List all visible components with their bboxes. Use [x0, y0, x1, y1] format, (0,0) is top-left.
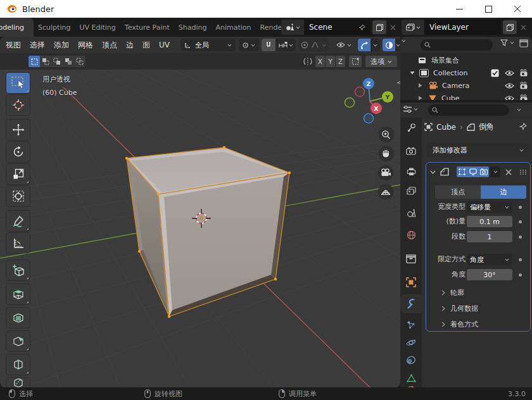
section-profile[interactable]: 轮廓: [441, 288, 464, 297]
tool-transform[interactable]: [6, 186, 30, 206]
modifier-extras-dropdown[interactable]: [490, 166, 500, 177]
tab-shading[interactable]: Shading: [174, 18, 212, 37]
tab-render[interactable]: [400, 141, 422, 160]
axis-neg-y-ball[interactable]: [345, 98, 355, 108]
disclosure-right-icon[interactable]: [418, 83, 422, 88]
tab-view-layer[interactable]: [400, 182, 422, 201]
outliner-row-scene-collection[interactable]: 场景集合: [400, 54, 532, 66]
tool-move[interactable]: [6, 120, 30, 140]
animate-dot[interactable]: [519, 235, 522, 239]
outliner-editor-type[interactable]: [402, 39, 406, 42]
menu-face[interactable]: 面: [138, 40, 155, 51]
transform-orientation-dropdown[interactable]: 全局: [180, 39, 236, 51]
limit-method-dropdown[interactable]: 角度: [467, 254, 512, 265]
snap-toggle[interactable]: [262, 39, 276, 51]
falloff-curve-icon[interactable]: [311, 42, 319, 48]
disclosure-right-icon[interactable]: [418, 96, 422, 100]
properties-search[interactable]: [428, 104, 509, 116]
select-intersect-button[interactable]: [74, 56, 86, 67]
tab-tool[interactable]: [400, 118, 422, 137]
menu-view[interactable]: 视图: [1, 40, 25, 51]
tab-collection[interactable]: [400, 249, 422, 268]
eye-icon[interactable]: [505, 95, 514, 101]
add-modifier-button[interactable]: 添加修改器: [427, 143, 529, 157]
pin-icon[interactable]: [358, 24, 365, 31]
tab-scene[interactable]: [400, 204, 422, 223]
menu-select[interactable]: 选择: [25, 40, 49, 51]
bevel-tab-edges[interactable]: 边: [481, 185, 526, 199]
tab-physics[interactable]: [400, 333, 422, 352]
camera-restrict-icon[interactable]: [519, 82, 528, 89]
chevron-down-icon[interactable]: [517, 108, 521, 111]
tool-bevel[interactable]: [6, 331, 30, 351]
new-viewlayer-button[interactable]: [503, 20, 517, 34]
viewport-3d[interactable]: Z Y X: [0, 70, 400, 387]
tool-annotate[interactable]: [6, 211, 30, 231]
tab-object[interactable]: [400, 273, 422, 292]
segments-field[interactable]: 1: [467, 231, 512, 242]
drag-handle-icon[interactable]: [519, 169, 528, 175]
new-scene-button[interactable]: [372, 20, 386, 34]
zoom-button[interactable]: [379, 127, 395, 143]
minimize-button[interactable]: [445, 0, 474, 18]
outliner-row-camera[interactable]: Camera: [400, 79, 532, 92]
display-editmode-toggle[interactable]: [457, 166, 467, 177]
snap-base-button[interactable]: [349, 56, 362, 67]
eye-icon[interactable]: [505, 70, 514, 77]
tab-material[interactable]: [400, 383, 422, 387]
select-extend-button[interactable]: [40, 56, 51, 67]
show-overlays-toggle[interactable]: [383, 39, 395, 51]
outliner-row-cube[interactable]: Cube: [400, 92, 532, 100]
disclosure-down-icon[interactable]: [410, 71, 415, 75]
display-realtime-toggle[interactable]: [467, 166, 478, 177]
checkbox-checked-icon[interactable]: [491, 69, 499, 77]
tool-select-box[interactable]: [6, 73, 30, 93]
section-shading[interactable]: 着色方式: [441, 320, 478, 329]
tool-add-cube[interactable]: [6, 260, 30, 280]
tool-scale[interactable]: [6, 164, 30, 184]
options-dropdown[interactable]: 选项: [365, 56, 397, 67]
tab-uv-editing[interactable]: UV Editing: [75, 18, 120, 37]
section-geometry[interactable]: 几何数据: [441, 304, 478, 313]
viewlayer-icon[interactable]: [402, 20, 424, 35]
properties-editor-type[interactable]: [403, 105, 418, 113]
menu-mesh[interactable]: 网格: [73, 40, 98, 51]
camera-restrict-icon[interactable]: [519, 94, 528, 100]
tab-rendering[interactable]: Rendering: [256, 18, 281, 37]
tab-animation[interactable]: Animation: [211, 18, 255, 37]
cube-object[interactable]: [125, 146, 291, 318]
tab-modeling[interactable]: Modeling: [0, 18, 34, 37]
remove-viewlayer-icon[interactable]: [517, 20, 529, 34]
display-render-toggle[interactable]: [478, 166, 489, 177]
scene-name-field[interactable]: Scene: [304, 20, 370, 35]
tab-sculpting[interactable]: Sculpting: [34, 18, 75, 37]
tool-knife[interactable]: [6, 378, 30, 387]
select-invert-button[interactable]: [63, 56, 74, 67]
tool-loop-cut[interactable]: [6, 354, 30, 375]
tab-constraints[interactable]: [400, 351, 422, 370]
animate-dot[interactable]: [519, 206, 522, 209]
menu-vertex[interactable]: 顶点: [98, 40, 122, 51]
mirror-z-toggle[interactable]: Z: [336, 56, 345, 67]
show-gizmo-toggle[interactable]: [358, 39, 370, 51]
menu-add[interactable]: 添加: [49, 40, 73, 51]
tool-extrude[interactable]: [6, 284, 30, 304]
tool-cursor[interactable]: [6, 95, 30, 115]
navigation-gizmo[interactable]: Z Y X: [345, 78, 394, 123]
gizmo-dropdown[interactable]: [370, 39, 380, 51]
tool-inset[interactable]: [6, 308, 30, 328]
close-button[interactable]: [503, 0, 532, 18]
scene-icon[interactable]: [281, 20, 304, 35]
tab-particles[interactable]: [400, 315, 422, 334]
pivot-point-dropdown[interactable]: [239, 39, 259, 51]
eye-icon[interactable]: [505, 82, 514, 89]
outliner-filter[interactable]: [500, 39, 514, 46]
expand-icon[interactable]: [430, 170, 436, 174]
breadcrumb-modifier[interactable]: 倒角: [479, 122, 494, 132]
maximize-button[interactable]: [474, 0, 503, 18]
tool-measure[interactable]: [6, 233, 30, 253]
bevel-tab-vertices[interactable]: 顶点: [435, 185, 481, 199]
camera-restrict-icon[interactable]: [519, 69, 528, 77]
animate-dot[interactable]: [519, 273, 522, 277]
delete-modifier-icon[interactable]: [505, 169, 512, 175]
